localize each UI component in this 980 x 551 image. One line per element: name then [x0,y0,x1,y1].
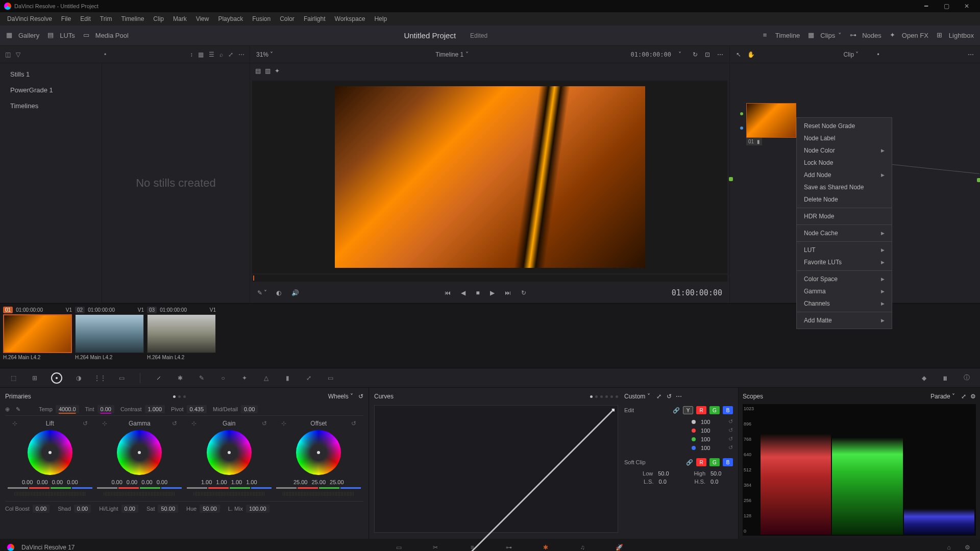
loop-icon[interactable]: ↻ [521,289,526,296]
node-input-green[interactable] [740,112,743,115]
hilight-value[interactable]: 0.00 [121,505,138,513]
lmix-value[interactable]: 100.00 [246,505,270,513]
offset-master-slider[interactable] [283,492,354,496]
sat-value[interactable]: 50.00 [158,505,178,513]
curves-expand-icon[interactable]: ⤢ [656,393,662,400]
stills-album[interactable]: Stills 1 [0,66,102,82]
menu-clip[interactable]: Clip [149,13,168,24]
ctx-save-as-shared-node[interactable]: Save as Shared Node [797,181,892,193]
softclip-high[interactable]: 50.0 [710,470,733,477]
hue-value[interactable]: 50.00 [200,505,220,513]
tint-value[interactable]: 0.00 [97,405,114,413]
ctx-add-node[interactable]: Add Node▶ [797,169,892,181]
split-screen-icon[interactable]: ▥ [265,67,271,74]
softclip-hs[interactable]: 0.0 [710,479,733,485]
ctx-node-cache[interactable]: Node Cache▶ [797,227,892,239]
ctx-add-matte[interactable]: Add Matte▶ [797,314,892,327]
viewer-timecode-head[interactable]: 01:00:00:00 [631,51,671,58]
menu-color[interactable]: Color [276,13,299,24]
menu-timeline[interactable]: Timeline [117,13,148,24]
ctx-lock-node[interactable]: Lock Node [797,157,892,169]
step-back-icon[interactable]: ◀ [461,289,465,296]
nodes-toggle[interactable]: ⊶Nodes [850,31,881,40]
offset-color-wheel[interactable] [296,430,341,475]
list-view-icon[interactable]: ☰ [209,51,214,58]
menu-edit[interactable]: Edit [76,13,95,24]
lift-reset-icon[interactable]: ↺ [83,420,88,427]
image-wipe-icon[interactable]: ▤ [255,67,261,74]
curve-channel-g[interactable]: G [709,406,720,414]
menu-trim[interactable]: Trim [96,13,116,24]
menu-fairlight[interactable]: Fairlight [300,13,330,24]
temp-value[interactable]: 4000.0 [56,405,79,413]
menu-davinci-resolve[interactable]: DaVinci Resolve [3,13,56,24]
window-maximize[interactable]: ▢ [937,0,955,12]
scopes-mode[interactable]: Parade ˅ [930,393,955,400]
curves-more-icon[interactable]: ⋯ [676,393,682,400]
node-more-icon[interactable]: ⋯ [968,51,974,58]
node-hand-icon[interactable]: ✋ [747,51,755,58]
gamma-reset-icon[interactable]: ↺ [172,420,177,427]
home-icon[interactable]: ⌂ [943,542,954,551]
middetail-value[interactable]: 0.00 [241,405,258,413]
sizing-icon[interactable]: ▭ [325,373,335,383]
stop-icon[interactable]: ■ [476,289,479,296]
openfx-toggle[interactable]: ✦Open FX [890,31,928,40]
mediapool-toggle[interactable]: ▭Media Pool [83,31,129,40]
viewer-more-icon[interactable]: ⋯ [717,51,723,58]
menu-workspace[interactable]: Workspace [331,13,370,24]
colboost-value[interactable]: 0.00 [33,505,50,513]
curve-channel-b[interactable]: B [723,406,733,414]
highlight-icon[interactable]: ⊡ [705,51,710,58]
scopes-icon[interactable]: ⫼ [940,373,950,383]
ctx-gamma[interactable]: Gamma▶ [797,285,892,297]
window-close[interactable]: ✕ [958,0,976,12]
softclip-g[interactable]: G [709,458,720,466]
page-deliver-icon[interactable]: 🚀 [614,542,625,551]
clip-02[interactable]: 0201:00:00:00V1 H.264 Main L4.2 [75,307,144,365]
keyframe-icon[interactable]: ◆ [919,373,929,383]
ctx-node-color[interactable]: Node Color▶ [797,144,892,157]
gain-reset-icon[interactable]: ↺ [262,420,267,427]
play-icon[interactable]: ▶ [490,289,495,296]
primaries-mode[interactable]: Wheels ˅ [328,393,353,400]
search-icon[interactable]: ⌕ [219,51,223,58]
viewer-scrubber[interactable] [252,274,727,282]
magic-mask-icon[interactable]: △ [261,373,271,383]
curve-channel-y[interactable]: Y [683,406,693,414]
camera-raw-icon[interactable]: ⬚ [8,373,18,383]
gain-picker-icon[interactable]: ⊹ [191,420,197,427]
node-01[interactable] [746,103,796,138]
node-pointer-icon[interactable]: ↖ [736,51,741,58]
curves-reset-icon[interactable]: ↺ [667,393,672,400]
curves-mode[interactable]: Custom ˅ [624,393,650,400]
node-input-blue[interactable] [740,127,743,130]
gallery-split-icon[interactable]: ◫ [5,51,11,58]
timeline-name[interactable]: Timeline 1 ˅ [435,51,468,58]
menu-playback[interactable]: Playback [214,13,247,24]
clip-03[interactable]: 0301:00:00:00V1 H.264 Main L4.2 [147,307,216,365]
key-icon[interactable]: ⤢ [304,373,314,383]
tracker-icon[interactable]: ✦ [239,373,250,383]
scopes-settings-icon[interactable]: ⚙ [970,393,976,400]
project-settings-icon[interactable]: ⚙ [962,542,973,551]
magic-icon[interactable]: ✦ [275,67,280,74]
menu-fusion[interactable]: Fusion [248,13,275,24]
primaries-reset-icon[interactable]: ↺ [358,393,363,400]
clip-01[interactable]: 0101:00:00:00V1 H.264 Main L4.2 [3,307,72,365]
lift-master-slider[interactable] [14,492,86,496]
ctx-hdr-mode[interactable]: HDR Mode [797,210,892,222]
motion-effects-icon[interactable]: ▭ [116,373,127,383]
window-icon[interactable]: ○ [218,373,228,383]
rgb-mixer-icon[interactable]: ⋮⋮ [95,373,105,383]
softclip-ls[interactable]: 0.0 [658,479,681,485]
more-icon[interactable]: ⋯ [238,51,244,58]
gamma-picker-icon[interactable]: ⊹ [102,420,107,427]
viewer-canvas[interactable] [252,81,727,273]
next-clip-icon[interactable]: ⏭ [505,289,511,296]
softclip-link-icon[interactable]: 🔗 [686,459,693,466]
contrast-value[interactable]: 1.000 [145,405,165,413]
curve-channel-r[interactable]: R [696,406,706,414]
gallery-grab-icon[interactable]: ▽ [16,51,20,58]
ctx-reset-node-grade[interactable]: Reset Node Grade [797,120,892,132]
